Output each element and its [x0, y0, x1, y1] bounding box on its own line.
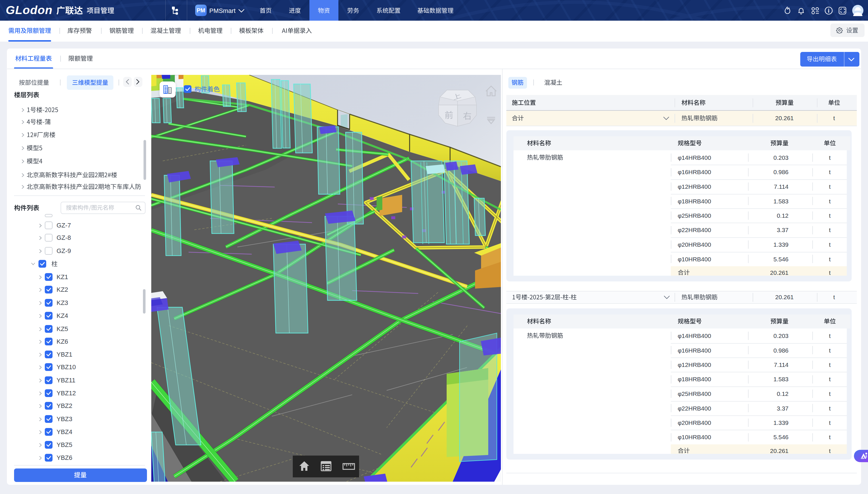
svg-text:PM: PM	[197, 7, 205, 14]
